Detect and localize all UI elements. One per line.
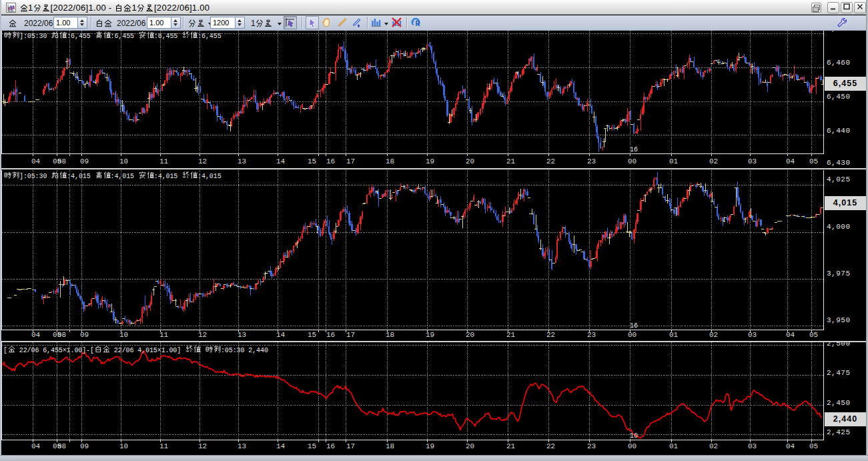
svg-text:R: R xyxy=(416,20,421,27)
